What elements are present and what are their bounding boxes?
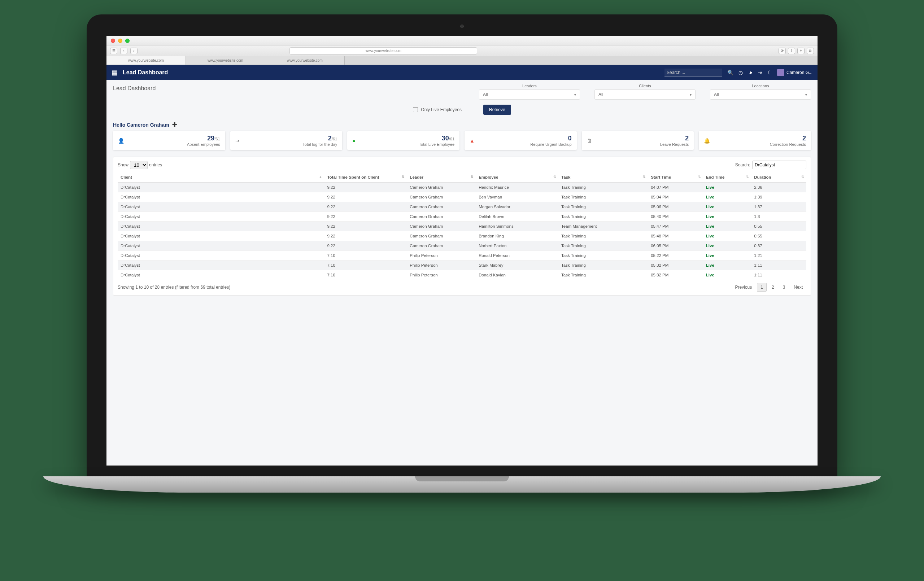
browser-toolbar: ☰ ‹ › www.yourwebsite.com ⟳ ⇧ + ⧉ bbox=[106, 45, 818, 56]
camera-icon bbox=[460, 25, 464, 28]
column-header[interactable]: Duration⇅ bbox=[751, 172, 806, 183]
stat-card[interactable]: ● 30/61 Total Live Employee bbox=[347, 131, 459, 150]
cell-client: DrCatalyst bbox=[118, 202, 324, 212]
table-row[interactable]: DrCatalyst 7:10 Philip Peterson Stark Ma… bbox=[118, 261, 806, 270]
plus-icon[interactable]: ✚ bbox=[172, 121, 177, 128]
column-header[interactable]: End Time⇅ bbox=[703, 172, 751, 183]
stat-card[interactable]: 🗓 2 Leave Requests bbox=[582, 131, 694, 150]
app-navbar: ▦ Lead Dashboard 🔍 ◷ 🕩 ⇥ ☾ Cameron G... bbox=[106, 65, 818, 80]
avatar bbox=[777, 69, 784, 76]
browser-tab[interactable]: www.yourwebsite.com bbox=[106, 56, 186, 64]
cell-leader: Cameron Graham bbox=[407, 202, 476, 212]
cell-client: DrCatalyst bbox=[118, 231, 324, 241]
forward-button[interactable]: › bbox=[130, 48, 137, 54]
notifications-icon[interactable]: 🕩 bbox=[748, 69, 753, 76]
table-row[interactable]: DrCatalyst 7:10 Philip Peterson Ronald P… bbox=[118, 251, 806, 261]
table-search-input[interactable] bbox=[752, 160, 806, 169]
share-icon[interactable]: ⇧ bbox=[788, 48, 795, 54]
column-header[interactable]: Leader⇅ bbox=[407, 172, 476, 183]
cell-client: DrCatalyst bbox=[118, 251, 324, 261]
user-menu[interactable]: Cameron G... bbox=[777, 69, 812, 76]
stat-cards: 👤 29/61 Absent Employees ⇥ 2/61 Total lo… bbox=[113, 131, 811, 150]
dot-icon: ● bbox=[352, 138, 361, 144]
maximize-icon[interactable] bbox=[125, 39, 130, 43]
table-row[interactable]: DrCatalyst 9:22 Cameron Graham Morgan Sa… bbox=[118, 202, 806, 212]
new-tab-icon[interactable]: + bbox=[797, 48, 805, 54]
page-number[interactable]: 3 bbox=[779, 283, 789, 292]
entries-select[interactable]: 10 bbox=[130, 161, 148, 169]
table-row[interactable]: DrCatalyst 9:22 Cameron Graham Norbert P… bbox=[118, 241, 806, 251]
dark-mode-icon[interactable]: ☾ bbox=[767, 69, 772, 76]
cell-total-time: 7:10 bbox=[324, 251, 407, 261]
cell-client: DrCatalyst bbox=[118, 212, 324, 221]
column-header[interactable]: Total Time Spent on Client⇅ bbox=[324, 172, 407, 183]
alert-icon: ▲ bbox=[470, 138, 478, 144]
locations-select[interactable]: All▾ bbox=[710, 89, 811, 100]
leaders-select[interactable]: All▾ bbox=[479, 89, 580, 100]
close-icon[interactable] bbox=[111, 39, 115, 43]
app-title: Lead Dashboard bbox=[123, 69, 168, 76]
minimize-icon[interactable] bbox=[118, 39, 122, 43]
table-row[interactable]: DrCatalyst 9:22 Cameron Graham Delilah B… bbox=[118, 212, 806, 221]
cell-duration: 1:11 bbox=[751, 261, 806, 270]
table-row[interactable]: DrCatalyst 9:22 Cameron Graham Ben Vayma… bbox=[118, 192, 806, 202]
cell-duration: 0:37 bbox=[751, 241, 806, 251]
column-header[interactable]: Task⇅ bbox=[558, 172, 648, 183]
column-header[interactable]: Client▲ bbox=[118, 172, 324, 183]
cell-leader: Cameron Graham bbox=[407, 192, 476, 202]
cell-leader: Cameron Graham bbox=[407, 241, 476, 251]
stat-label: Require Urgent Backup bbox=[530, 142, 571, 147]
cell-leader: Philip Peterson bbox=[407, 261, 476, 270]
cell-task: Task Training bbox=[558, 270, 648, 280]
browser-tab[interactable]: www.yourwebsite.com bbox=[186, 56, 265, 64]
next-page[interactable]: Next bbox=[790, 283, 806, 292]
cell-leader: Philip Peterson bbox=[407, 270, 476, 280]
cell-task: Task Training bbox=[558, 241, 648, 251]
cell-end-time: Live bbox=[703, 261, 751, 270]
table-row[interactable]: DrCatalyst 9:22 Cameron Graham Brandon K… bbox=[118, 231, 806, 241]
cell-employee: Ronald Peterson bbox=[476, 251, 558, 261]
prev-page[interactable]: Previous bbox=[732, 283, 756, 292]
table-row[interactable]: DrCatalyst 7:10 Philip Peterson Donald K… bbox=[118, 270, 806, 280]
table-row[interactable]: DrCatalyst 9:22 Cameron Graham Hendrix M… bbox=[118, 183, 806, 192]
data-table: Client▲Total Time Spent on Client⇅Leader… bbox=[118, 172, 806, 280]
stat-card[interactable]: ▲ 0 Require Urgent Backup bbox=[465, 131, 577, 150]
page-number[interactable]: 1 bbox=[757, 283, 767, 292]
stat-label: Total log for the day bbox=[302, 142, 337, 147]
browser-tab[interactable]: www.yourwebsite.com bbox=[265, 56, 345, 64]
url-bar[interactable]: www.yourwebsite.com bbox=[289, 47, 477, 54]
stat-card[interactable]: 🔔 2 Correction Requests bbox=[699, 131, 811, 150]
table-row[interactable]: DrCatalyst 9:22 Cameron Graham Hamilton … bbox=[118, 221, 806, 231]
cell-leader: Cameron Graham bbox=[407, 212, 476, 221]
stat-card[interactable]: ⇥ 2/61 Total log for the day bbox=[230, 131, 343, 150]
column-header[interactable]: Employee⇅ bbox=[476, 172, 558, 183]
cell-end-time: Live bbox=[703, 202, 751, 212]
cell-total-time: 9:22 bbox=[324, 231, 407, 241]
locations-filter-label: Locations bbox=[710, 84, 811, 88]
only-live-checkbox[interactable]: Only Live Employees bbox=[413, 107, 462, 112]
cell-end-time: Live bbox=[703, 270, 751, 280]
back-button[interactable]: ‹ bbox=[120, 48, 127, 54]
cell-employee: Hamilton Simmons bbox=[476, 221, 558, 231]
cell-leader: Cameron Graham bbox=[407, 231, 476, 241]
stat-card[interactable]: 👤 29/61 Absent Employees bbox=[113, 131, 225, 150]
reload-icon[interactable]: ⟳ bbox=[779, 48, 786, 54]
apps-grid-icon[interactable]: ▦ bbox=[112, 69, 118, 76]
column-header[interactable]: Start Time⇅ bbox=[648, 172, 703, 183]
tabs-icon[interactable]: ⧉ bbox=[807, 48, 814, 54]
sort-icon: ⇅ bbox=[698, 175, 701, 178]
logout-icon[interactable]: ⇥ bbox=[758, 69, 762, 76]
stat-label: Total Live Employee bbox=[419, 142, 454, 147]
page-number[interactable]: 2 bbox=[768, 283, 778, 292]
cell-task: Task Training bbox=[558, 231, 648, 241]
retrieve-button[interactable]: Retrieve bbox=[483, 105, 511, 115]
sidebar-toggle-icon[interactable]: ☰ bbox=[110, 48, 117, 54]
clock-icon[interactable]: ◷ bbox=[739, 69, 743, 76]
cell-client: DrCatalyst bbox=[118, 241, 324, 251]
cell-total-time: 7:10 bbox=[324, 270, 407, 280]
search-input[interactable] bbox=[665, 69, 722, 77]
cell-total-time: 9:22 bbox=[324, 241, 407, 251]
clients-select[interactable]: All▾ bbox=[594, 89, 696, 100]
cell-leader: Cameron Graham bbox=[407, 183, 476, 192]
search-icon[interactable]: 🔍 bbox=[727, 69, 733, 76]
